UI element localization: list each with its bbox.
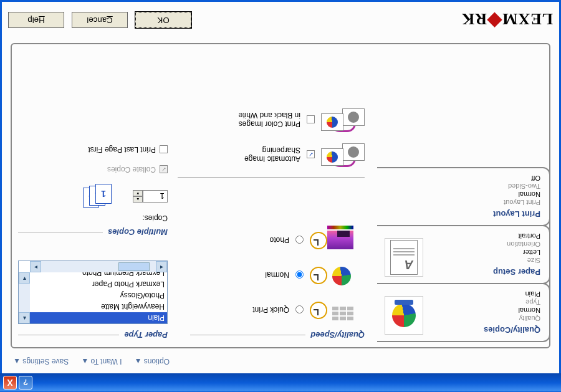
copies-input[interactable] xyxy=(143,190,168,203)
collate-copies-row: ✓ Collate Copies xyxy=(18,165,168,174)
print-last-first-row[interactable]: Print Last Page First xyxy=(18,145,168,154)
vertical-scrollbar[interactable]: ▴ ▾ xyxy=(19,272,30,323)
checkbox-icon: ✓ xyxy=(160,166,168,174)
auto-sharpen-row[interactable]: ✓ Automatic Image Sharpening xyxy=(178,142,365,167)
help-button[interactable]: Help xyxy=(8,12,64,29)
list-item[interactable]: Plain xyxy=(30,312,167,323)
titlebar-help-button[interactable]: ? xyxy=(19,376,32,390)
side-tabs: Quality/Copies Quality Normal Type Plain… xyxy=(377,168,550,342)
menu-i-want-to[interactable]: I Want To ▲ xyxy=(81,357,122,366)
spin-up-button[interactable]: ▴ xyxy=(133,196,143,203)
list-item[interactable]: Photo/Glossy xyxy=(30,290,167,301)
collate-icon: 321 xyxy=(83,185,114,208)
document-icon xyxy=(385,238,423,277)
pie-chart-icon xyxy=(385,296,423,335)
scroll-up-button[interactable]: ▴ xyxy=(19,312,30,323)
quality-normal[interactable]: Normal xyxy=(190,263,353,287)
cancel-button[interactable]: Cancel xyxy=(72,12,128,29)
spin-down-button[interactable]: ▾ xyxy=(133,190,143,196)
quality-quick-print[interactable]: Quick Print xyxy=(190,298,353,322)
copies-label: Copies: xyxy=(18,214,168,222)
bw-icon xyxy=(321,107,365,132)
titlebar-close-button[interactable]: X xyxy=(3,376,17,390)
quick-print-icon xyxy=(310,298,353,322)
bottom-bar: LEXM◆RK OK Cancel Help xyxy=(8,9,553,31)
quality-speed-group: Quality/Speed Quick Print No xyxy=(190,217,365,340)
menu-options[interactable]: Options ▲ xyxy=(135,357,170,366)
horizontal-scrollbar[interactable]: ◂ ▸ xyxy=(30,261,167,272)
image-options-group: ✓ Automatic Image Sharpening Print Color xyxy=(178,97,365,178)
list-item[interactable]: Lexmark Photo Paper xyxy=(30,279,167,290)
tab-paper-setup[interactable]: Paper Setup Size Letter Orientation Port… xyxy=(377,225,550,284)
copies-spinner[interactable]: ▴ ▾ xyxy=(133,190,168,203)
checkbox-icon[interactable] xyxy=(307,116,315,124)
window-titlebar: ? X xyxy=(0,373,561,392)
list-item[interactable]: Lexmark Premium Photo xyxy=(30,272,167,279)
scroll-right-button[interactable]: ▸ xyxy=(30,261,41,272)
quality-photo[interactable]: Photo xyxy=(190,228,353,252)
main-panel: Quality/Copies Quality Normal Type Plain… xyxy=(11,43,550,348)
multiple-copies-group: Multiple Copies Copies: ▴ ▾ 321 xyxy=(18,145,168,237)
ok-button[interactable]: OK xyxy=(135,12,191,29)
menu-save-settings[interactable]: Save Settings ▲ xyxy=(13,357,69,366)
print-bw-row[interactable]: Print Color Images in Black and White xyxy=(178,107,365,132)
content-panel: Quality/Speed Quick Print No xyxy=(18,50,371,340)
menu-bar: Options ▲ I Want To ▲ Save Settings ▲ xyxy=(7,351,554,368)
checkbox-icon[interactable]: ✓ xyxy=(307,151,315,159)
tab-print-layout[interactable]: Print Layout Print Layout Normal Two-Sid… xyxy=(377,167,550,226)
dialog-body: Options ▲ I Want To ▲ Save Settings ▲ Qu… xyxy=(0,0,561,373)
paper-type-group: Paper Type Plain Heavyweight Matte Photo… xyxy=(18,261,168,340)
checkbox-icon[interactable] xyxy=(160,146,168,154)
paper-type-listbox[interactable]: Plain Heavyweight Matte Photo/Glossy Lex… xyxy=(18,261,168,324)
photo-quality-icon xyxy=(310,228,353,252)
scroll-left-button[interactable]: ◂ xyxy=(156,261,167,272)
lexmark-logo: LEXM◆RK xyxy=(461,9,553,31)
list-item[interactable]: Heavyweight Matte xyxy=(30,301,167,312)
sharpen-icon xyxy=(321,142,365,167)
tab-quality-copies[interactable]: Quality/Copies Quality Normal Type Plain xyxy=(377,283,550,342)
normal-quality-icon xyxy=(310,263,353,287)
scroll-down-button[interactable]: ▾ xyxy=(19,272,30,284)
scroll-thumb[interactable] xyxy=(118,262,150,271)
tab-title: Quality/Copies xyxy=(429,325,540,335)
